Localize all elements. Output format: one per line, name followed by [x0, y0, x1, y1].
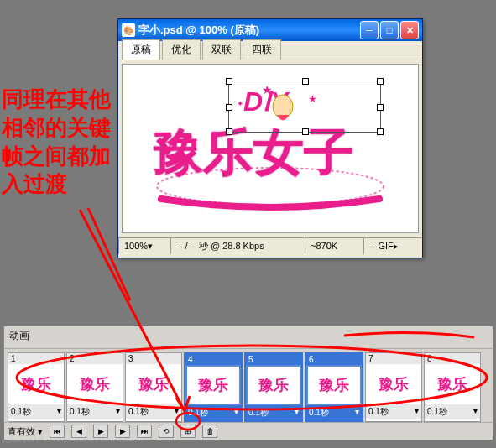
selection-handle[interactable] [302, 78, 309, 85]
selection-handle[interactable] [377, 104, 384, 111]
selection-handle[interactable] [302, 128, 309, 135]
frame-thumbnail: 豫乐 [248, 367, 300, 404]
selection-handle[interactable] [377, 78, 384, 85]
frame-delay[interactable]: 0.1秒▾ [366, 404, 421, 419]
frame-4[interactable]: 4豫乐0.1秒▾ [184, 352, 243, 422]
frame-number: 3 [126, 353, 181, 364]
selection-handle[interactable] [226, 78, 232, 85]
frame-3[interactable]: 3豫乐0.1秒▾ [125, 352, 182, 422]
frame-1[interactable]: 1豫乐0.1秒▾ [8, 352, 65, 422]
tab-optimized[interactable]: 优化 [162, 39, 201, 60]
frame-delay[interactable]: 0.1秒▾ [185, 405, 241, 420]
panel-title[interactable]: 动画 [4, 326, 493, 349]
frame-8[interactable]: 8豫乐0.1秒▾ [424, 352, 481, 422]
close-button[interactable]: ✕ [400, 21, 419, 39]
selection-box[interactable] [228, 81, 381, 133]
frame-number: 7 [366, 353, 421, 364]
maximize-button[interactable]: □ [380, 21, 399, 39]
frame-thumbnail: 豫乐 [10, 366, 62, 403]
frame-5[interactable]: 5豫乐0.1秒▾ [244, 352, 303, 422]
selection-handle[interactable] [226, 128, 232, 135]
new-frame-button[interactable]: ⊞ [180, 425, 196, 438]
frame-2[interactable]: 2豫乐0.1秒▾ [66, 352, 123, 422]
tab-4up[interactable]: 四联 [243, 39, 281, 60]
frame-6[interactable]: 6豫乐0.1秒▾ [305, 352, 363, 422]
statusbar: 100% ▾ -- / -- 秒 @ 28.8 Kbps ~870K -- GI… [118, 237, 422, 254]
tween-button[interactable]: ⟲ [159, 425, 174, 438]
canvas[interactable]: 豫乐女子 DⅠY ★ ★ ✦ [122, 64, 419, 233]
frame-thumbnail: 豫乐 [368, 366, 420, 403]
status-info: -- / -- 秒 @ 28.8 Kbps [170, 237, 305, 254]
tab-2up[interactable]: 双联 [202, 39, 241, 60]
titlebar[interactable]: 🎨 字小.psd @ 100% (原稿) ─ □ ✕ [118, 19, 422, 41]
frame-delay[interactable]: 0.1秒▾ [306, 405, 362, 420]
frame-thumbnail: 豫乐 [308, 367, 360, 404]
frame-number: 5 [246, 354, 301, 365]
frames-strip: 1豫乐0.1秒▾2豫乐0.1秒▾3豫乐0.1秒▾4豫乐0.1秒▾5豫乐0.1秒▾… [4, 349, 493, 422]
frame-delay[interactable]: 0.1秒▾ [246, 405, 301, 420]
frame-thumbnail: 豫乐 [187, 367, 239, 404]
selection-handle[interactable] [377, 128, 384, 135]
svg-point-4 [157, 168, 384, 205]
artwork: 豫乐女子 DⅠY ★ ★ ✦ [153, 77, 388, 220]
status-size: ~870K [305, 237, 363, 254]
frame-number: 4 [185, 354, 241, 365]
status-format[interactable]: -- GIF ▸ [363, 237, 422, 254]
window-title: 字小.psd @ 100% (原稿) [138, 23, 360, 38]
frame-delay[interactable]: 0.1秒▾ [126, 404, 181, 419]
frame-delay[interactable]: 0.1秒▾ [425, 404, 480, 419]
frame-delay[interactable]: 0.1秒▾ [67, 404, 123, 419]
watermark: 思缘设计 WWW.MISSYUAN.COM [3, 432, 144, 445]
frame-thumbnail: 豫乐 [426, 366, 478, 403]
minimize-button[interactable]: ─ [360, 21, 379, 39]
view-tabs: 原稿 优化 双联 四联 [118, 41, 422, 60]
frame-thumbnail: 豫乐 [128, 366, 180, 403]
selection-handle[interactable] [226, 104, 232, 111]
frame-delay[interactable]: 0.1秒▾ [8, 404, 64, 419]
frame-7[interactable]: 7豫乐0.1秒▾ [365, 352, 422, 422]
frame-number: 8 [425, 353, 480, 364]
frame-number: 1 [8, 353, 64, 364]
frame-thumbnail: 豫乐 [69, 366, 121, 403]
frame-number: 6 [306, 354, 362, 365]
app-icon: 🎨 [122, 23, 135, 37]
annotation-text: 同理在其他 相邻的关键 帧之间都加 入过渡 [2, 86, 111, 199]
delete-frame-button[interactable]: 🗑 [202, 425, 217, 438]
document-window: 🎨 字小.psd @ 100% (原稿) ─ □ ✕ 原稿 优化 双联 四联 豫… [117, 18, 423, 258]
zoom-level[interactable]: 100% ▾ [118, 237, 170, 254]
tab-original[interactable]: 原稿 [122, 39, 160, 60]
frame-number: 2 [67, 353, 123, 364]
animation-panel: 动画 1豫乐0.1秒▾2豫乐0.1秒▾3豫乐0.1秒▾4豫乐0.1秒▾5豫乐0.… [3, 326, 493, 425]
